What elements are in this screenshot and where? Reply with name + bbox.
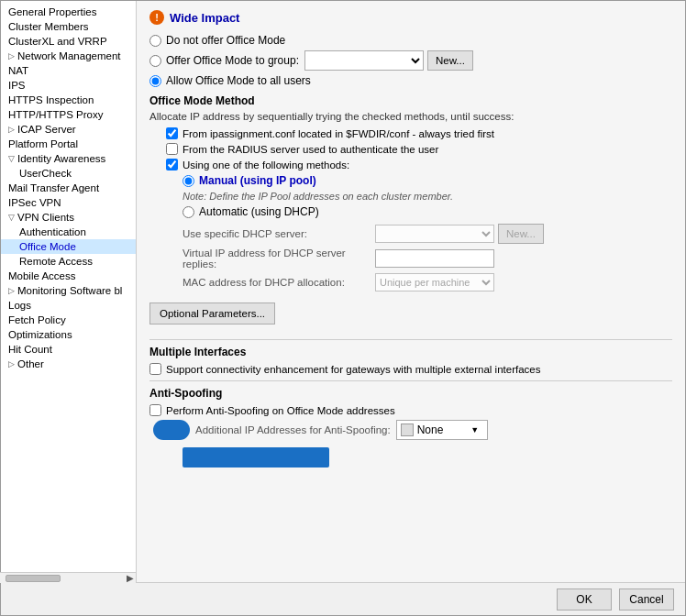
sidebar-label: Office Mode <box>19 241 76 252</box>
sidebar-label: ClusterXL and VRRP <box>8 36 107 47</box>
virtual-ip-label: Virtual IP address for DHCP server repli… <box>183 248 375 270</box>
sidebar-item-other[interactable]: ▷ Other <box>1 357 136 371</box>
blue-bar-button[interactable] <box>183 447 329 468</box>
sidebar-item-office-mode[interactable]: Office Mode <box>1 239 136 254</box>
sidebar-item-ipsec-vpn[interactable]: IPSec VPN <box>1 195 136 210</box>
sidebar-item-http-https-proxy[interactable]: HTTP/HTTPS Proxy <box>1 107 136 122</box>
radio-offer-group-label[interactable]: Offer Office Mode to group: <box>166 54 299 67</box>
divider-anti-spoofing <box>149 380 672 381</box>
radio-automatic-label[interactable]: Automatic (using DHCP) <box>199 205 319 218</box>
sidebar-item-identity-awareness[interactable]: ▽ Identity Awareness <box>1 151 136 166</box>
sidebar-item-hit-count[interactable]: Hit Count <box>1 342 136 357</box>
checkbox-radius[interactable] <box>166 143 178 155</box>
dhcp-new-button[interactable]: New... <box>498 224 544 244</box>
sidebar-label: HTTPS Inspection <box>8 94 94 105</box>
allocate-text: Allocate IP address by sequentially tryi… <box>149 111 672 122</box>
checkbox-ipassignment[interactable] <box>166 127 178 139</box>
radio-allow-all[interactable] <box>149 75 161 87</box>
expand-icon: ▷ <box>8 359 15 368</box>
virtual-ip-input[interactable] <box>375 249 494 268</box>
sidebar-label: Network Management <box>17 50 121 61</box>
sidebar-item-optimizations[interactable]: Optimizations <box>1 327 136 342</box>
sidebar-label: HTTP/HTTPS Proxy <box>8 109 104 120</box>
dhcp-server-dropdown[interactable] <box>375 225 494 243</box>
sidebar-item-https-inspection[interactable]: HTTPS Inspection <box>1 93 136 107</box>
checkbox-radius-label[interactable]: From the RADIUS server used to authentic… <box>183 144 438 155</box>
checkbox-radius-row: From the RADIUS server used to authentic… <box>166 143 672 155</box>
sidebar-item-nat[interactable]: NAT <box>1 63 136 78</box>
radio-manual[interactable] <box>183 175 194 187</box>
sidebar-item-monitoring-software[interactable]: ▷ Monitoring Software bl <box>1 283 136 298</box>
office-mode-method-section: Office Mode Method Allocate IP address b… <box>149 94 672 292</box>
sidebar-item-logs[interactable]: Logs <box>1 298 136 313</box>
dhcp-server-row: Use specific DHCP server: New... <box>183 224 672 244</box>
additional-ip-label: Additional IP Addresses for Anti-Spoofin… <box>195 424 391 435</box>
expand-icon: ▷ <box>8 51 15 60</box>
radio-allow-all-label[interactable]: Allow Office Mode to all users <box>166 74 311 87</box>
sidebar-item-icap-server[interactable]: ▷ ICAP Server <box>1 122 136 137</box>
manual-note: Note: Define the IP Pool addresses on ea… <box>183 191 672 202</box>
scroll-thumb[interactable] <box>6 575 61 582</box>
sidebar-label: Fetch Policy <box>8 314 66 325</box>
sidebar-label: Platform Portal <box>8 138 78 149</box>
sidebar-label: UserCheck <box>19 168 72 179</box>
sidebar-item-general-properties[interactable]: General Properties <box>1 5 136 19</box>
sidebar-label: NAT <box>8 65 28 76</box>
sidebar-label: Mobile Access <box>8 270 76 281</box>
sidebar-item-cluster-members[interactable]: Cluster Members <box>1 19 136 34</box>
checkbox-perform-anti-spoofing-row: Perform Anti-Spoofing on Office Mode add… <box>149 404 672 416</box>
radio-automatic[interactable] <box>183 206 194 218</box>
checkbox-following[interactable] <box>166 159 178 170</box>
sidebar-item-remote-access[interactable]: Remote Access <box>1 254 136 269</box>
sidebar-item-mobile-access[interactable]: Mobile Access <box>1 269 136 283</box>
sidebar-item-platform-portal[interactable]: Platform Portal <box>1 137 136 151</box>
radio-no-offer[interactable] <box>149 35 161 47</box>
checkbox-following-label[interactable]: Using one of the following methods: <box>183 160 349 170</box>
virtual-ip-row: Virtual IP address for DHCP server repli… <box>183 248 672 270</box>
sidebar-item-clusterxl-vrrp[interactable]: ClusterXL and VRRP <box>1 34 136 49</box>
sidebar-label: IPS <box>8 80 26 91</box>
mac-dropdown[interactable]: Unique per machine <box>375 273 494 292</box>
anti-spoofing-label: Anti-Spoofing <box>149 387 672 400</box>
office-mode-radio-group: Do not offer Office Mode Offer Office Mo… <box>149 34 672 87</box>
dropdown-arrow: ▼ <box>470 425 479 434</box>
sidebar-item-ips[interactable]: IPS <box>1 78 136 93</box>
mac-label: MAC address for DHCP allocation: <box>183 277 375 288</box>
sidebar: General Properties Cluster Members Clust… <box>1 1 137 582</box>
checkbox-perform-anti-spoofing[interactable] <box>149 404 161 416</box>
sidebar-item-vpn-clients[interactable]: ▽ VPN Clients <box>1 210 136 225</box>
sidebar-scrollbar[interactable]: ▶ <box>1 572 136 582</box>
none-dropdown-container[interactable]: None ▼ <box>396 420 488 440</box>
sidebar-item-fetch-policy[interactable]: Fetch Policy <box>1 313 136 327</box>
sidebar-item-network-management[interactable]: ▷ Network Management <box>1 49 136 63</box>
ok-button[interactable]: OK <box>557 588 612 610</box>
sidebar-label: Authentication <box>19 226 86 237</box>
checkbox-connectivity[interactable] <box>149 363 161 375</box>
cancel-button[interactable]: Cancel <box>619 588 674 610</box>
optional-parameters-button[interactable]: Optional Parameters... <box>149 302 275 324</box>
radio-offer-group[interactable] <box>149 55 161 67</box>
sidebar-label: Remote Access <box>19 256 93 267</box>
offer-group-new-button[interactable]: New... <box>427 50 473 71</box>
wide-impact-header: Wide Impact <box>149 10 672 25</box>
blue-toggle[interactable] <box>153 420 190 440</box>
checkbox-following-row: Using one of the following methods: <box>166 159 672 170</box>
wide-impact-icon <box>149 10 164 25</box>
checkbox-ipassignment-row: From ipassignment.conf located in $FWDIR… <box>166 127 672 139</box>
radio-no-offer-label[interactable]: Do not offer Office Mode <box>166 34 285 47</box>
checkbox-perform-anti-spoofing-label[interactable]: Perform Anti-Spoofing on Office Mode add… <box>166 405 395 416</box>
sidebar-item-mail-transfer-agent[interactable]: Mail Transfer Agent <box>1 181 136 195</box>
checkbox-connectivity-label[interactable]: Support connectivity enhancement for gat… <box>166 364 540 375</box>
sidebar-label: Mail Transfer Agent <box>8 182 99 193</box>
radio-manual-label[interactable]: Manual (using IP pool) <box>199 174 316 187</box>
sidebar-label: Cluster Members <box>8 21 89 32</box>
offer-group-dropdown[interactable] <box>304 50 424 71</box>
radio-no-offer-row: Do not offer Office Mode <box>149 34 672 47</box>
radio-manual-row: Manual (using IP pool) <box>183 174 672 187</box>
sidebar-item-usercheck[interactable]: UserCheck <box>1 166 136 181</box>
mac-row: MAC address for DHCP allocation: Unique … <box>183 273 672 292</box>
sidebar-item-authentication[interactable]: Authentication <box>1 225 136 239</box>
checkbox-ipassignment-label[interactable]: From ipassignment.conf located in $FWDIR… <box>183 128 494 139</box>
divider-multiple-interfaces <box>149 339 672 340</box>
multiple-interfaces-label: Multiple Interfaces <box>149 346 672 358</box>
